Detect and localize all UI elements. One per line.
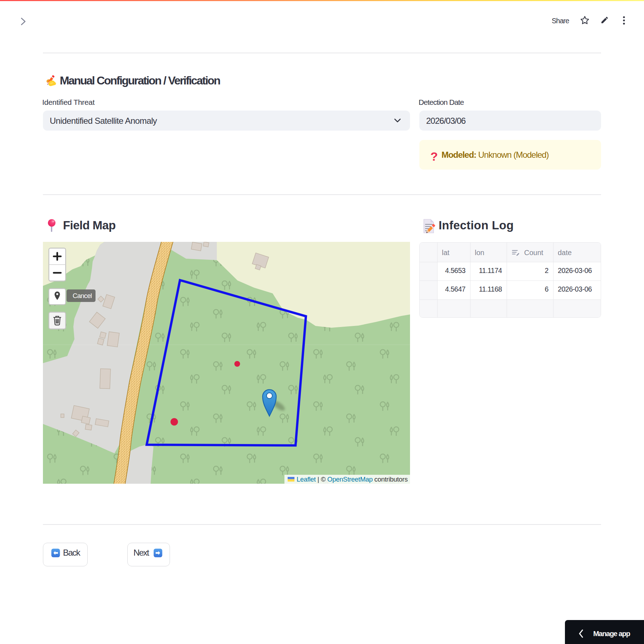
- svg-text:Cancel: Cancel: [73, 292, 92, 299]
- svg-text:Leaflet | © OpenStreetMap cont: Leaflet | © OpenStreetMap contributors: [297, 475, 408, 483]
